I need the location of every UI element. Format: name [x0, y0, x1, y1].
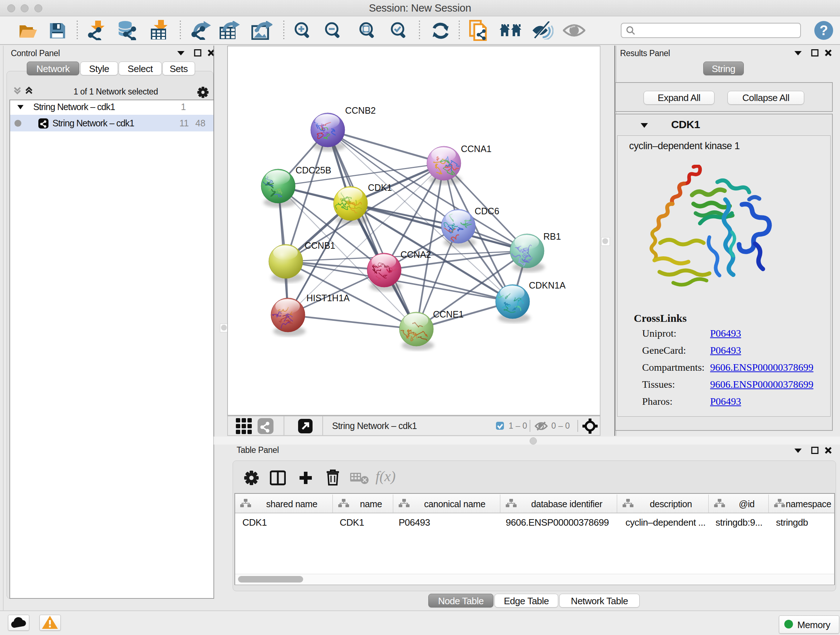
svg-text:CDKN1A: CDKN1A [529, 280, 566, 290]
svg-text:CDK1: CDK1 [368, 182, 392, 193]
svg-text:CDC25B: CDC25B [295, 165, 332, 175]
svg-text:CDC6: CDC6 [475, 206, 499, 216]
svg-text:HIST1H1A: HIST1H1A [306, 293, 350, 303]
svg-text:CCNA1: CCNA1 [461, 144, 492, 154]
svg-text:CCNA2: CCNA2 [401, 249, 431, 260]
svg-text:RB1: RB1 [543, 231, 561, 241]
svg-text:CCNE1: CCNE1 [433, 309, 464, 319]
svg-text:CCNB2: CCNB2 [345, 105, 376, 116]
svg-text:CCNB1: CCNB1 [305, 241, 335, 250]
svg-text:?: ? [819, 23, 828, 38]
